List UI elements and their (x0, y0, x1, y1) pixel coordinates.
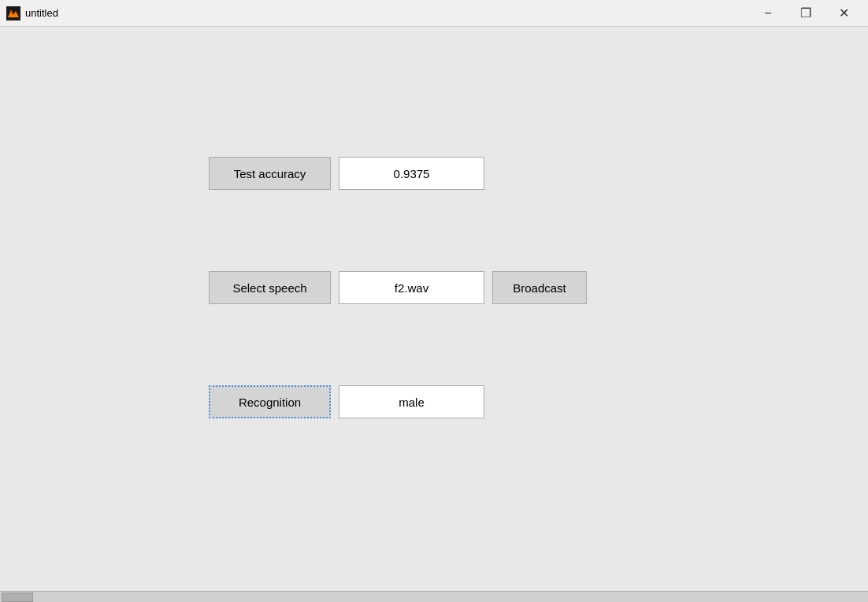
scrollbar-handle[interactable] (2, 593, 33, 602)
select-speech-row: Select speech f2.wav Broadcast (209, 271, 587, 304)
test-accuracy-label[interactable]: Test accuracy (209, 157, 331, 190)
horizontal-scrollbar[interactable] (0, 591, 868, 602)
main-content: Test accuracy 0.9375 Select speech f2.wa… (0, 27, 868, 602)
recognition-row: Recognition male (209, 385, 484, 418)
svg-rect-0 (6, 6, 20, 20)
broadcast-button[interactable]: Broadcast (492, 271, 587, 304)
select-speech-button[interactable]: Select speech (209, 271, 331, 304)
window-title: untitled (25, 7, 58, 19)
close-button[interactable]: ✕ (825, 0, 862, 27)
speech-file-value: f2.wav (339, 271, 484, 304)
test-accuracy-value: 0.9375 (339, 157, 484, 190)
recognition-result-value: male (339, 385, 484, 418)
test-accuracy-row: Test accuracy 0.9375 (209, 157, 484, 190)
restore-button[interactable]: ❐ (788, 0, 824, 27)
content-area: Test accuracy 0.9375 Select speech f2.wa… (0, 27, 868, 602)
minimize-button[interactable]: − (750, 0, 786, 27)
title-bar: untitled − ❐ ✕ (0, 0, 868, 27)
title-left: untitled (6, 6, 58, 20)
recognition-button[interactable]: Recognition (209, 385, 331, 418)
app-icon (6, 6, 20, 20)
title-controls: − ❐ ✕ (750, 0, 862, 27)
